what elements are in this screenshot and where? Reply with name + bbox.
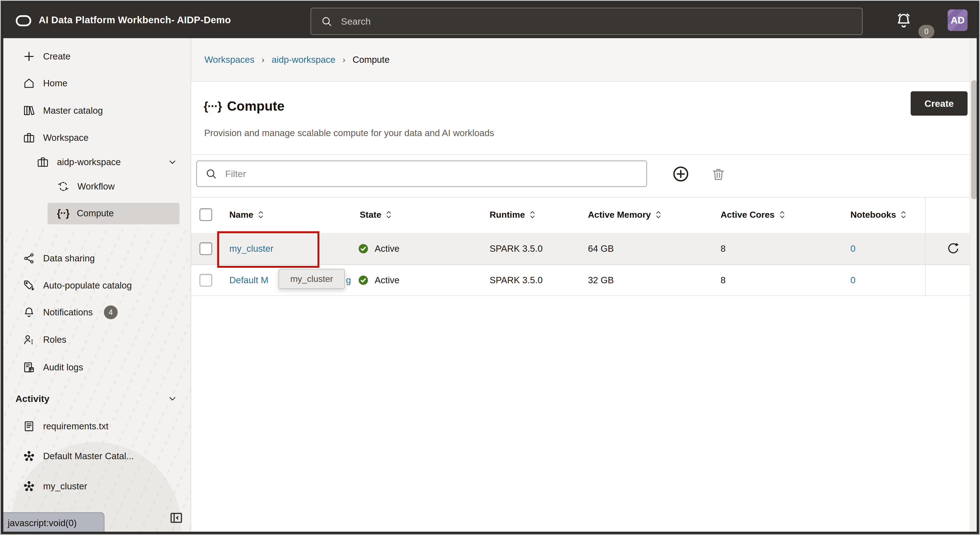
document-icon <box>23 420 35 433</box>
notebooks-count-link[interactable]: 0 <box>850 243 855 254</box>
column-header-notebooks[interactable]: Notebooks <box>850 207 907 222</box>
active-memory-value: 64 GB <box>588 233 614 265</box>
sidebar-item-label: Audit logs <box>43 362 83 373</box>
breadcrumb-link-workspaces[interactable]: Workspaces <box>204 54 255 65</box>
activity-section-label: Activity <box>16 393 49 404</box>
catalog-books-icon <box>23 104 35 117</box>
sidebar-item-requirements-txt[interactable]: requirements.txt <box>23 418 108 434</box>
cluster-name-link[interactable]: Default M <box>229 275 268 286</box>
row-checkbox[interactable] <box>199 265 212 295</box>
plus-icon <box>23 50 35 63</box>
sidebar-item-roles[interactable]: Roles <box>23 332 66 348</box>
app-title: AI Data Platform Workbench- AIDP-Demo <box>39 2 231 38</box>
sidebar-item-notifications[interactable]: Notifications 4 <box>23 304 118 320</box>
active-cores-value: 8 <box>721 265 725 295</box>
runtime-value: SPARK 3.5.0 <box>490 265 542 295</box>
briefcase-icon <box>23 131 35 144</box>
sort-icon[interactable] <box>257 210 264 219</box>
page-title: Compute <box>227 99 285 114</box>
sidebar-item-label: Compute <box>77 208 114 219</box>
sidebar-item-home[interactable]: Home <box>23 75 67 91</box>
avatar[interactable]: AD <box>948 10 967 31</box>
divider <box>191 197 978 198</box>
notification-count-badge: 0 <box>918 25 934 38</box>
workflow-icon <box>57 180 70 193</box>
sidebar-item-aidp-workspace[interactable]: aidp-workspace <box>37 154 121 170</box>
create-button[interactable]: Create <box>911 91 967 116</box>
status-bar-link: javascript:void(0) <box>2 512 105 533</box>
chevron-down-icon[interactable] <box>167 393 178 404</box>
sidebar-item-label: my_cluster <box>43 481 87 492</box>
sidebar-item-master-catalog[interactable]: Master catalog <box>23 103 103 119</box>
filter-box[interactable] <box>196 160 647 187</box>
sort-icon[interactable] <box>655 210 662 219</box>
sort-icon[interactable] <box>385 210 392 219</box>
notebooks-count-link[interactable]: 0 <box>850 275 855 286</box>
braces-compute-icon: {··} <box>57 208 69 219</box>
add-compute-button[interactable] <box>672 165 690 183</box>
share-icon <box>23 252 35 265</box>
breadcrumb-separator: › <box>343 55 345 64</box>
sort-icon[interactable] <box>529 210 536 219</box>
delete-trash-icon[interactable] <box>711 166 726 182</box>
chevron-down-icon[interactable] <box>167 157 178 168</box>
annotation-highlight-box <box>217 231 320 268</box>
sidebar-item-create[interactable]: Create <box>23 48 70 64</box>
sort-icon[interactable] <box>900 210 907 219</box>
home-icon <box>23 77 35 89</box>
sidebar-item-label: Workspace <box>43 133 88 143</box>
briefcase-icon <box>37 156 49 168</box>
filter-input[interactable] <box>224 168 646 179</box>
column-header-active-cores[interactable]: Active Cores <box>721 207 786 222</box>
column-header-runtime[interactable]: Runtime <box>490 207 536 222</box>
breadcrumb-link-aidp-workspace[interactable]: aidp-workspace <box>272 54 336 65</box>
sidebar-collapse-icon[interactable] <box>169 511 183 525</box>
restart-refresh-icon[interactable] <box>946 241 960 256</box>
search-icon <box>205 168 218 180</box>
column-divider <box>925 198 926 295</box>
sidebar-item-label: Master catalog <box>43 105 103 116</box>
oracle-logo-icon <box>16 15 32 27</box>
active-status-icon <box>357 274 370 287</box>
column-header-state[interactable]: State <box>360 207 392 222</box>
notifications-bell-icon[interactable] <box>895 12 913 30</box>
sidebar-item-auto-populate-catalog[interactable]: Auto-populate catalog <box>23 278 132 294</box>
column-header-name[interactable]: Name <box>229 207 264 222</box>
sidebar-item-label: requirements.txt <box>43 421 108 431</box>
active-status-icon <box>357 242 370 255</box>
sidebar-item-data-sharing[interactable]: Data sharing <box>23 250 95 267</box>
select-all-checkbox[interactable] <box>199 207 212 222</box>
cluster-icon <box>23 450 35 463</box>
global-search[interactable] <box>310 8 862 35</box>
sidebar-item-default-master-catalog[interactable]: Default Master Catal... <box>23 448 134 464</box>
cluster-icon <box>23 480 35 493</box>
tooltip: my_cluster <box>278 269 345 289</box>
sort-icon[interactable] <box>779 210 786 219</box>
top-bar: AI Data Platform Workbench- AIDP-Demo 0 … <box>2 2 978 38</box>
sidebar-item-my-cluster[interactable]: my_cluster <box>23 478 87 494</box>
cluster-name-link-tail[interactable]: g <box>346 275 351 286</box>
sidebar-item-label: Default Master Catal... <box>43 451 134 462</box>
sidebar-item-label: Create <box>43 51 70 62</box>
sidebar-item-label: Notifications <box>43 307 93 318</box>
active-memory-value: 32 GB <box>588 265 614 295</box>
sidebar-item-workspace[interactable]: Workspace <box>23 130 88 146</box>
sidebar-section-activity[interactable]: Activity <box>16 391 49 407</box>
sidebar-item-compute[interactable]: {··} Compute <box>57 205 114 221</box>
column-header-active-memory[interactable]: Active Memory <box>588 207 662 222</box>
sidebar-item-audit-logs[interactable]: Audit logs <box>23 359 83 375</box>
row-checkbox[interactable] <box>199 233 212 265</box>
scrollbar-thumb[interactable] <box>971 80 977 199</box>
active-cores-value: 8 <box>721 233 725 265</box>
sidebar-item-label: Data sharing <box>43 253 95 264</box>
sidebar-item-label: Workflow <box>77 181 115 192</box>
app-window: AI Data Platform Workbench- AIDP-Demo 0 … <box>0 0 980 535</box>
sidebar-item-label: aidp-workspace <box>57 157 121 168</box>
global-search-input[interactable] <box>340 16 862 27</box>
roles-person-icon <box>23 333 35 346</box>
breadcrumb-separator: › <box>262 55 264 64</box>
divider <box>191 154 978 155</box>
search-icon <box>320 15 332 27</box>
sidebar-item-label: Home <box>43 78 67 88</box>
sidebar-item-workflow[interactable]: Workflow <box>57 179 115 195</box>
